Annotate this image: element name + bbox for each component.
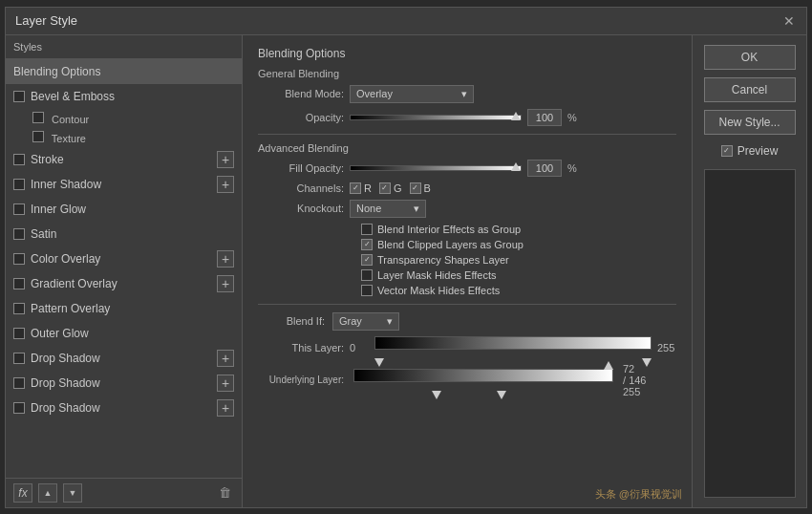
underlying-layer-label: Underlying Layer:: [258, 375, 344, 385]
checkbox-satin[interactable]: [13, 228, 25, 240]
opacity-input[interactable]: 100: [527, 109, 562, 126]
cb-vector-mask[interactable]: [361, 285, 373, 296]
vector-mask-label: Vector Mask Hides Effects: [377, 285, 500, 296]
divider-1: [258, 134, 676, 135]
list-item-outer-glow[interactable]: Outer Glow: [6, 321, 242, 346]
underlying-left-arrow2[interactable]: [497, 391, 506, 399]
underlying-right-arrow[interactable]: [604, 361, 613, 370]
check-blend-interior: Blend Interior Effects as Group: [357, 224, 676, 235]
this-layer-max: 255: [657, 342, 676, 353]
close-button[interactable]: ✕: [781, 13, 797, 29]
knockout-select[interactable]: None ▾: [350, 200, 426, 218]
underlying-values: 72 / 146 255: [619, 363, 676, 397]
list-item-gradient-overlay[interactable]: Gradient Overlay +: [6, 271, 242, 296]
ok-button[interactable]: OK: [704, 45, 796, 70]
list-item-pattern-overlay[interactable]: Pattern Overlay: [6, 296, 242, 321]
channel-g-label: G: [394, 182, 402, 194]
cb-layer-mask[interactable]: [361, 269, 373, 281]
channel-r-label: R: [364, 182, 372, 194]
list-item-label: Drop Shadow: [31, 376, 100, 390]
plus-stroke[interactable]: +: [217, 151, 234, 168]
cb-blend-clipped[interactable]: [361, 239, 373, 250]
checkbox-contour[interactable]: [32, 112, 44, 123]
channel-g-checkbox[interactable]: [379, 182, 391, 194]
checkbox-bevel[interactable]: [13, 91, 25, 102]
checkbox-texture[interactable]: [32, 131, 44, 142]
plus-gradient-overlay[interactable]: +: [217, 275, 234, 292]
blend-if-select[interactable]: Gray ▾: [332, 312, 399, 331]
channel-b-checkbox[interactable]: [410, 182, 421, 194]
fill-opacity-thumb[interactable]: [511, 162, 521, 171]
blend-mode-label: Blend Mode:: [258, 88, 344, 99]
trash-button[interactable]: 🗑: [215, 483, 234, 503]
check-layer-mask: Layer Mask Hides Effects: [357, 269, 676, 281]
fx-button[interactable]: fx: [13, 483, 32, 503]
channels-label: Channels:: [258, 182, 344, 194]
list-item-satin[interactable]: Satin: [6, 222, 242, 246]
opacity-slider[interactable]: [350, 111, 522, 124]
plus-drop-shadow-1[interactable]: +: [217, 350, 234, 367]
plus-color-overlay[interactable]: +: [217, 250, 234, 268]
checkbox-drop-shadow-3[interactable]: [13, 402, 25, 414]
plus-inner-shadow[interactable]: +: [217, 176, 234, 193]
list-item-contour[interactable]: Contour: [6, 109, 242, 128]
this-layer-right-arrow[interactable]: [642, 358, 652, 367]
blend-mode-select[interactable]: Overlay ▾: [350, 85, 474, 103]
list-item-drop-shadow-2[interactable]: Drop Shadow +: [6, 371, 242, 396]
list-item-drop-shadow-3[interactable]: Drop Shadow +: [6, 396, 242, 420]
checkbox-drop-shadow-1[interactable]: [13, 353, 25, 364]
opacity-thumb[interactable]: [511, 112, 521, 120]
channel-g: G: [379, 182, 402, 194]
channel-r-checkbox[interactable]: [350, 182, 361, 194]
blending-options-title: Blending Options: [258, 47, 676, 60]
underlying-layer-slider[interactable]: [353, 369, 613, 382]
blend-if-arrow: ▾: [387, 315, 393, 328]
blend-mode-value: Overlay: [356, 88, 393, 99]
list-item-color-overlay[interactable]: Color Overlay +: [6, 246, 242, 271]
cb-blend-interior[interactable]: [361, 224, 373, 235]
list-item-drop-shadow-1[interactable]: Drop Shadow +: [6, 346, 242, 371]
list-item-label: Drop Shadow: [31, 352, 100, 365]
check-vector-mask: Vector Mask Hides Effects: [357, 285, 676, 296]
new-style-button[interactable]: New Style...: [704, 110, 796, 135]
blend-if-label: Blend If:: [258, 315, 325, 327]
list-item-inner-glow[interactable]: Inner Glow: [6, 197, 242, 222]
list-item-stroke[interactable]: Stroke +: [6, 147, 242, 172]
preview-checkbox[interactable]: [721, 145, 733, 157]
checkbox-pattern-overlay[interactable]: [13, 303, 25, 314]
cancel-button[interactable]: Cancel: [704, 77, 796, 102]
checkbox-gradient-overlay[interactable]: [13, 278, 25, 289]
checkbox-color-overlay[interactable]: [13, 253, 25, 265]
transparency-shapes-label: Transparency Shapes Layer: [377, 254, 509, 266]
this-layer-left-arrow[interactable]: [374, 358, 384, 367]
fill-opacity-row: Fill Opacity: 100 %: [258, 160, 676, 177]
fill-opacity-track: [350, 165, 522, 171]
opacity-percent: %: [567, 112, 577, 123]
checkbox-inner-glow[interactable]: [13, 203, 25, 215]
move-up-button[interactable]: ▲: [38, 483, 57, 503]
knockout-label: Knockout:: [258, 203, 344, 214]
plus-drop-shadow-2[interactable]: +: [217, 375, 234, 392]
knockout-row: Knockout: None ▾: [258, 200, 676, 218]
plus-drop-shadow-3[interactable]: +: [217, 399, 234, 417]
cb-transparency-shapes[interactable]: [361, 254, 373, 266]
fill-opacity-input[interactable]: 100: [527, 160, 562, 177]
list-item-bevel-emboss[interactable]: Bevel & Emboss: [6, 84, 242, 109]
underlying-left-arrow1[interactable]: [432, 391, 441, 399]
list-item-texture[interactable]: Texture: [6, 128, 242, 147]
blend-mode-arrow: ▾: [461, 88, 467, 100]
checkbox-drop-shadow-2[interactable]: [13, 377, 25, 389]
move-down-button[interactable]: ▼: [63, 483, 82, 503]
list-item-label: Drop Shadow: [31, 401, 100, 415]
this-layer-slider[interactable]: [374, 336, 652, 350]
checkbox-stroke[interactable]: [13, 154, 25, 165]
fill-opacity-slider[interactable]: [350, 161, 522, 175]
checkbox-inner-shadow[interactable]: [13, 179, 25, 190]
list-item-inner-shadow[interactable]: Inner Shadow +: [6, 172, 242, 197]
checkbox-outer-glow[interactable]: [13, 328, 25, 339]
list-item-blending-options[interactable]: Blending Options: [6, 59, 242, 84]
list-item-label: Stroke: [31, 153, 64, 166]
title-bar: Layer Style ✕: [6, 8, 806, 35]
list-item-label: Bevel & Emboss: [31, 90, 115, 103]
blend-if-value: Gray: [339, 315, 362, 327]
